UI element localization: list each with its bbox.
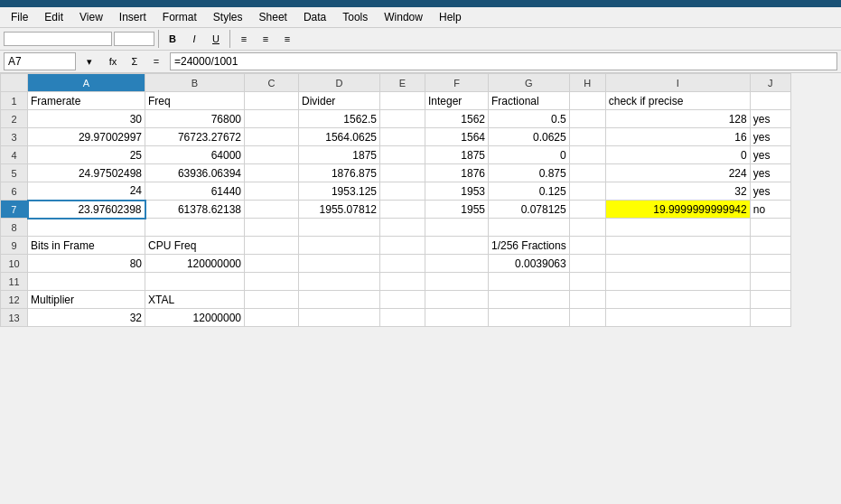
row-header-6[interactable]: 6 — [1, 182, 28, 201]
menu-item-window[interactable]: Window — [377, 9, 430, 25]
menu-item-view[interactable]: View — [72, 9, 110, 25]
col-header-j[interactable]: J — [750, 74, 790, 92]
table-row[interactable] — [380, 201, 425, 219]
table-row[interactable]: Bits in Frame — [28, 237, 145, 255]
table-row[interactable] — [489, 309, 570, 327]
table-row[interactable]: 16 — [605, 128, 750, 146]
table-row[interactable] — [380, 237, 425, 255]
table-row[interactable] — [245, 255, 299, 273]
row-header-10[interactable]: 10 — [1, 255, 28, 273]
table-row[interactable]: 80 — [28, 255, 145, 273]
table-row[interactable]: 128 — [605, 110, 750, 128]
table-row[interactable] — [605, 291, 750, 309]
table-row[interactable]: 25 — [28, 146, 145, 164]
table-row[interactable] — [569, 291, 605, 309]
table-row[interactable] — [245, 237, 299, 255]
row-header-1[interactable]: 1 — [1, 92, 28, 110]
table-row[interactable]: XTAL — [145, 291, 245, 309]
table-row[interactable] — [569, 237, 605, 255]
table-row[interactable] — [245, 128, 299, 146]
table-row[interactable]: 0 — [489, 146, 570, 164]
table-row[interactable] — [425, 237, 489, 255]
cell-reference-input[interactable] — [4, 52, 76, 70]
table-row[interactable] — [380, 255, 425, 273]
table-row[interactable] — [299, 291, 380, 309]
table-row[interactable]: 1953 — [425, 182, 489, 201]
table-row[interactable] — [145, 273, 245, 291]
table-row[interactable] — [245, 291, 299, 309]
table-row[interactable] — [569, 273, 605, 291]
table-row[interactable] — [750, 273, 790, 291]
table-row[interactable] — [245, 219, 299, 237]
align-right-button[interactable]: ≡ — [277, 31, 297, 47]
table-row[interactable] — [380, 273, 425, 291]
table-row[interactable]: 1955 — [425, 201, 489, 219]
menu-item-format[interactable]: Format — [155, 9, 204, 25]
row-header-5[interactable]: 5 — [1, 164, 28, 182]
table-row[interactable]: 1875 — [425, 146, 489, 164]
table-row[interactable] — [569, 146, 605, 164]
dropdown-arrow-button[interactable]: ▾ — [79, 53, 99, 70]
table-row[interactable] — [605, 273, 750, 291]
table-row[interactable] — [425, 255, 489, 273]
table-row[interactable]: Freq — [145, 92, 245, 110]
table-row[interactable]: 1875 — [299, 146, 380, 164]
table-row[interactable]: 29.97002997 — [28, 128, 145, 146]
table-row[interactable] — [425, 309, 489, 327]
formula-equals-button[interactable]: = — [146, 53, 166, 70]
row-header-8[interactable]: 8 — [1, 219, 28, 237]
table-row[interactable]: 1562.5 — [299, 110, 380, 128]
table-row[interactable]: 0.0625 — [489, 128, 570, 146]
table-row[interactable] — [750, 255, 790, 273]
table-row[interactable] — [380, 309, 425, 327]
font-size-input[interactable] — [114, 32, 154, 46]
table-row[interactable]: 1876 — [425, 164, 489, 182]
table-row[interactable] — [750, 237, 790, 255]
table-row[interactable]: 0 — [605, 146, 750, 164]
menu-item-styles[interactable]: Styles — [206, 9, 250, 25]
table-row[interactable] — [569, 164, 605, 182]
table-row[interactable]: 24 — [28, 182, 145, 201]
table-row[interactable] — [299, 219, 380, 237]
table-row[interactable]: 19.9999999999942 — [605, 201, 750, 219]
table-row[interactable]: 61378.62138 — [145, 201, 245, 219]
table-row[interactable] — [425, 273, 489, 291]
col-header-d[interactable]: D — [299, 74, 380, 92]
table-row[interactable]: 1564 — [425, 128, 489, 146]
menu-item-help[interactable]: Help — [432, 9, 469, 25]
row-header-2[interactable]: 2 — [1, 110, 28, 128]
table-row[interactable]: 1876.875 — [299, 164, 380, 182]
formula-input[interactable] — [170, 52, 837, 70]
col-header-b[interactable]: B — [145, 74, 245, 92]
table-row[interactable]: 76723.27672 — [145, 128, 245, 146]
row-header-3[interactable]: 3 — [1, 128, 28, 146]
table-row[interactable]: 0.078125 — [489, 201, 570, 219]
table-row[interactable]: 32 — [28, 309, 145, 327]
table-row[interactable] — [380, 92, 425, 110]
table-row[interactable]: yes — [750, 128, 790, 146]
table-row[interactable] — [569, 92, 605, 110]
col-header-h[interactable]: H — [569, 74, 605, 92]
table-row[interactable]: CPU Freq — [145, 237, 245, 255]
table-row[interactable] — [380, 291, 425, 309]
menu-item-insert[interactable]: Insert — [112, 9, 154, 25]
table-row[interactable]: 1953.125 — [299, 182, 380, 201]
table-row[interactable] — [28, 273, 145, 291]
table-row[interactable] — [245, 201, 299, 219]
table-row[interactable] — [489, 219, 570, 237]
table-row[interactable]: 0.875 — [489, 164, 570, 182]
sum-button[interactable]: Σ — [125, 53, 145, 70]
table-row[interactable]: 64000 — [145, 146, 245, 164]
table-row[interactable]: check if precise — [605, 92, 750, 110]
row-header-4[interactable]: 4 — [1, 146, 28, 164]
table-row[interactable] — [750, 309, 790, 327]
row-header-7[interactable]: 7 — [1, 201, 28, 219]
table-row[interactable]: 1955.07812 — [299, 201, 380, 219]
table-row[interactable] — [245, 309, 299, 327]
function-wizard-button[interactable]: fx — [103, 53, 123, 70]
align-center-button[interactable]: ≡ — [256, 31, 276, 47]
table-row[interactable] — [245, 182, 299, 201]
table-row[interactable] — [750, 291, 790, 309]
table-row[interactable] — [380, 146, 425, 164]
underline-button[interactable]: U — [206, 31, 226, 47]
